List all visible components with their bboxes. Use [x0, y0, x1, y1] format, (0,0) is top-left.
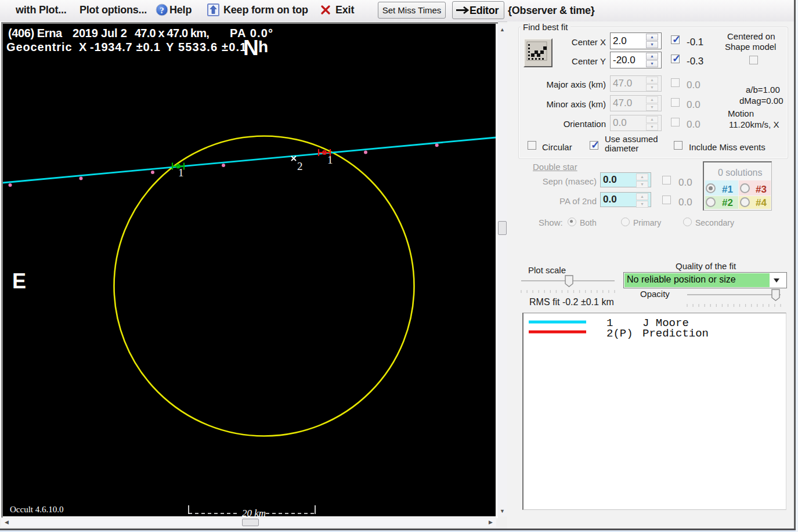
svg-text:2: 2 [297, 160, 303, 172]
svg-text:20 km: 20 km [242, 508, 266, 516]
svg-text:1: 1 [327, 154, 333, 166]
svg-text:1: 1 [178, 167, 184, 179]
svg-text:Editor: Editor [470, 5, 499, 16]
svg-text:?: ? [160, 6, 164, 15]
